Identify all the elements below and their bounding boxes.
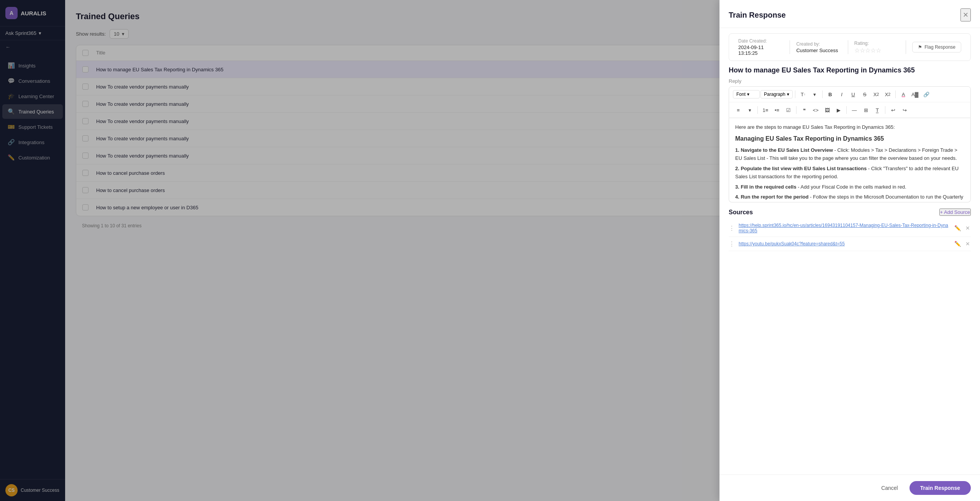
editor-step-2: 2. Populate the list view with EU Sales …	[735, 165, 964, 181]
panel-footer: Cancel Train Response	[719, 475, 980, 501]
add-source-button[interactable]: + Add Source	[939, 209, 971, 216]
meta-rating: Rating: ☆☆☆☆☆	[854, 41, 900, 54]
link-button[interactable]: 🔗	[921, 89, 932, 100]
meta-divider	[790, 40, 790, 54]
reply-label: Reply	[719, 78, 980, 84]
meta-divider	[906, 40, 906, 54]
edit-source-button[interactable]: ✏️	[954, 224, 962, 232]
source-item: ⋮ https://help.sprint365.io/hc/en-us/art…	[729, 220, 971, 237]
editor-step-3: 3. Fill in the required cells - Add your…	[735, 183, 964, 191]
source-drag-handle[interactable]: ⋮	[729, 225, 735, 232]
sources-header: Sources + Add Source	[729, 209, 971, 216]
strikethrough-button[interactable]: S	[859, 89, 870, 100]
font-select[interactable]: Font ▾	[733, 90, 760, 99]
meta-date: Date Created: 2024-09-11 13:15:25	[738, 38, 783, 56]
remove-source-button[interactable]: ✕	[965, 224, 971, 232]
chevron-down-icon: ▾	[747, 92, 749, 97]
font-select-value: Font	[736, 92, 746, 97]
editor-step-4: 4. Run the report for the period - Follo…	[735, 193, 964, 202]
train-response-panel: Train Response ✕ Date Created: 2024-09-1…	[719, 0, 980, 501]
toolbar-divider	[846, 106, 847, 114]
toolbar-divider	[757, 106, 758, 114]
checklist-button[interactable]: ☑	[783, 105, 794, 115]
remove-source-button[interactable]: ✕	[965, 240, 971, 248]
paragraph-select[interactable]: Paragraph ▾	[760, 90, 793, 99]
flag-icon: ⚑	[918, 44, 922, 50]
underline-button[interactable]: U	[848, 89, 859, 100]
superscript-button[interactable]: X2	[882, 89, 893, 100]
source-link[interactable]: https://youtu.be/pukxSuak04c?feature=sha…	[739, 241, 950, 246]
editor-toolbar: Font ▾ Paragraph ▾ T↑ ▾ B I U S X2 X2 A …	[729, 86, 971, 118]
toolbar-divider	[795, 90, 795, 98]
chevron-down-icon: ▾	[787, 92, 789, 97]
sources-title: Sources	[729, 209, 753, 216]
meta-rating-label: Rating:	[854, 41, 900, 46]
undo-button[interactable]: ↩	[888, 105, 898, 115]
table-button[interactable]: ⊞	[860, 105, 871, 115]
meta-date-value: 2024-09-11 13:15:25	[738, 44, 783, 56]
source-link[interactable]: https://help.sprint365.io/hc/en-us/artic…	[739, 223, 950, 233]
italic-button[interactable]: I	[836, 89, 847, 100]
source-item: ⋮ https://youtu.be/pukxSuak04c?feature=s…	[729, 237, 971, 251]
sources-section: Sources + Add Source ⋮ https://help.spri…	[719, 202, 980, 251]
redo-button[interactable]: ↪	[899, 105, 910, 115]
close-button[interactable]: ✕	[960, 8, 971, 21]
image-button[interactable]: 🖼	[822, 105, 833, 115]
clear-format-button[interactable]: T̲	[872, 105, 883, 115]
unordered-list-button[interactable]: •≡	[772, 105, 782, 115]
font-size-dropdown-button[interactable]: ▾	[809, 89, 820, 100]
toolbar-divider	[796, 106, 796, 114]
font-size-increase-button[interactable]: T↑	[798, 89, 808, 100]
align-dropdown-button[interactable]: ▾	[744, 105, 755, 115]
toolbar-row-1: Font ▾ Paragraph ▾ T↑ ▾ B I U S X2 X2 A …	[729, 87, 970, 102]
meta-created-by-label: Created by:	[796, 41, 841, 47]
bold-button[interactable]: B	[825, 89, 836, 100]
editor-heading: Managing EU Sales Tax Reporting in Dynam…	[735, 134, 964, 144]
ordered-list-button[interactable]: 1≡	[760, 105, 771, 115]
highlight-button[interactable]: A▓	[910, 89, 920, 100]
flag-label: Flag Response	[924, 44, 955, 50]
source-actions: ✏️ ✕	[954, 224, 971, 232]
toolbar-divider	[885, 106, 885, 114]
editor-intro: Here are the steps to manage EU Sales Ta…	[735, 123, 964, 131]
video-button[interactable]: ▶	[833, 105, 844, 115]
source-actions: ✏️ ✕	[954, 240, 971, 248]
meta-bar: Date Created: 2024-09-11 13:15:25 Create…	[729, 33, 971, 61]
meta-created-by-value: Customer Success	[796, 48, 841, 53]
meta-divider	[848, 40, 848, 54]
star-rating[interactable]: ☆☆☆☆☆	[854, 47, 900, 54]
editor-content[interactable]: Here are the steps to manage EU Sales Ta…	[729, 118, 971, 202]
panel-title: Train Response	[729, 11, 786, 20]
align-left-button[interactable]: ≡	[733, 105, 744, 115]
cancel-button[interactable]: Cancel	[875, 482, 904, 494]
code-button[interactable]: <>	[810, 105, 821, 115]
subscript-button[interactable]: X2	[871, 89, 882, 100]
query-title: How to manage EU Sales Tax Reporting in …	[719, 66, 980, 74]
toolbar-divider	[895, 90, 896, 98]
source-drag-handle[interactable]: ⋮	[729, 240, 735, 248]
flag-response-button[interactable]: ⚑ Flag Response	[912, 42, 961, 53]
paragraph-select-value: Paragraph	[764, 92, 785, 97]
panel-header: Train Response ✕	[719, 0, 980, 28]
blockquote-button[interactable]: ❝	[799, 105, 810, 115]
horizontal-rule-button[interactable]: —	[849, 105, 860, 115]
edit-source-button[interactable]: ✏️	[954, 240, 962, 248]
train-response-button[interactable]: Train Response	[910, 481, 971, 495]
toolbar-divider	[822, 90, 823, 98]
toolbar-row-2: ≡ ▾ 1≡ •≡ ☑ ❝ <> 🖼 ▶ — ⊞ T̲ ↩ ↪	[729, 102, 970, 118]
meta-date-label: Date Created:	[738, 38, 783, 44]
editor-step-1: 1. Navigate to the EU Sales List Overvie…	[735, 146, 964, 163]
meta-created-by: Created by: Customer Success	[796, 41, 841, 53]
font-color-button[interactable]: A	[898, 89, 909, 100]
